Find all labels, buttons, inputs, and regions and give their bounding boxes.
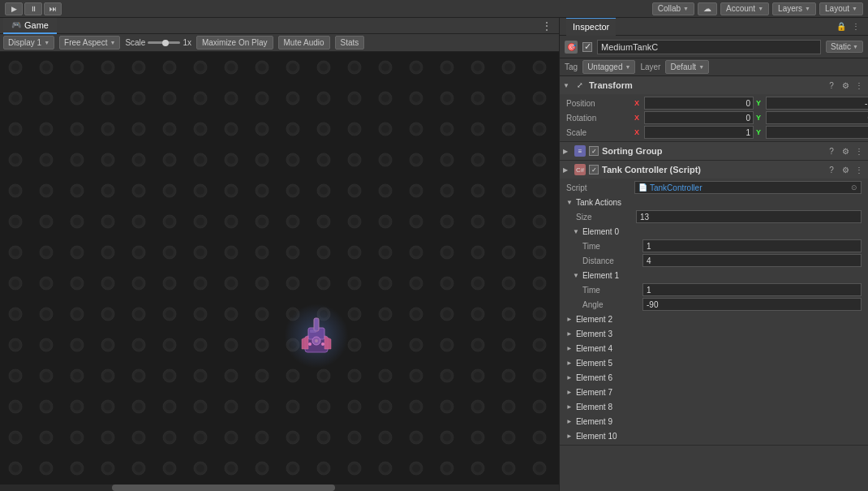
element-3-expand-icon: ▼ (565, 330, 573, 337)
game-tab-label: Game (24, 20, 49, 30)
panel-tabs: 🎮 Game ⋮ (0, 18, 559, 34)
object-active-checkbox[interactable]: ✓ (582, 42, 592, 52)
element-1-angle-field: Angle (566, 297, 868, 312)
inspector-more-icon[interactable]: ⋮ (850, 21, 862, 32)
tank-controller-more-icon[interactable]: ⋮ (853, 164, 865, 175)
transform-more-icon[interactable]: ⋮ (853, 80, 865, 91)
tank-controller-header[interactable]: ▶ C# ✓ Tank Controller (Script) ? ⚙ ⋮ (560, 161, 868, 179)
element-7-header[interactable]: ▼ Element 7 (560, 385, 868, 399)
element-4-expand-icon: ▼ (565, 345, 573, 351)
maximize-on-play-button[interactable]: Maximize On Play (196, 36, 273, 50)
sorting-group-checkbox[interactable]: ✓ (589, 146, 599, 156)
element-8-expand-icon: ▼ (565, 403, 573, 410)
panel-more-icon[interactable]: ⋮ (538, 19, 556, 32)
scale-y-input[interactable] (766, 126, 868, 139)
transform-help-icon[interactable]: ? (826, 80, 837, 91)
inspector-tab[interactable]: Inspector (566, 18, 616, 36)
transform-expand-icon: ▼ (563, 82, 571, 89)
layout-button[interactable]: Layout ▼ (819, 2, 863, 15)
sorting-group-settings-icon[interactable]: ⚙ (840, 145, 851, 157)
position-x-input[interactable] (644, 97, 754, 110)
play-button[interactable]: ▶ (5, 2, 23, 15)
element-2-header[interactable]: ▼ Element 2 (560, 312, 868, 326)
step-button[interactable]: ⏭ (44, 2, 62, 15)
layer-dropdown[interactable]: Default ▼ (665, 60, 709, 74)
mute-audio-button[interactable]: Mute Audio (278, 36, 330, 50)
tag-dropdown[interactable]: Untagged ▼ (582, 60, 635, 74)
sorting-group-expand-icon: ▶ (563, 148, 571, 155)
svg-rect-10 (310, 329, 316, 333)
top-bar-left: ▶ ⏸ ⏭ (5, 2, 62, 15)
position-y-label: Y (756, 99, 764, 107)
element-8-header[interactable]: ▼ Element 8 (560, 399, 868, 414)
element-4-header[interactable]: ▼ Element 4 (560, 341, 868, 355)
element-1-header[interactable]: ▼ Element 1 (566, 268, 868, 282)
display-dropdown[interactable]: Display 1 ▼ (3, 36, 54, 50)
element-5-header[interactable]: ▼ Element 5 (560, 355, 868, 370)
element-1-time-input[interactable] (642, 283, 862, 296)
game-toolbar: Display 1 ▼ Free Aspect ▼ Scale 1x Maxim… (0, 34, 559, 52)
array-size-input[interactable] (636, 210, 862, 223)
collab-button[interactable]: Collab ▼ (652, 2, 694, 15)
cloud-button[interactable]: ☁ (698, 2, 717, 15)
script-file-icon: 📄 (638, 183, 647, 192)
sorting-group-more-icon[interactable]: ⋮ (853, 145, 865, 157)
rotation-x-input[interactable] (644, 111, 754, 124)
tank-controller-name: Tank Controller (Script) (602, 165, 823, 174)
element-10-header[interactable]: ▼ Element 10 (560, 429, 868, 443)
transform-icon: ⤢ (574, 80, 586, 91)
element-9-expand-icon: ▼ (565, 418, 573, 424)
inspector-content[interactable]: ▼ ⤢ Transform ? ⚙ ⋮ Position (560, 76, 868, 491)
account-button[interactable]: Account ▼ (720, 2, 769, 15)
element-0-time-input[interactable] (642, 239, 862, 252)
game-tab[interactable]: 🎮 Game (3, 18, 57, 34)
tank-controller-help-icon[interactable]: ? (826, 164, 837, 175)
aspect-dropdown[interactable]: Free Aspect ▼ (59, 36, 120, 50)
element-1-angle-input[interactable] (642, 298, 862, 311)
element-3-header[interactable]: ▼ Element 3 (560, 326, 868, 341)
sorting-group-header[interactable]: ▶ ≡ ✓ Sorting Group ? ⚙ ⋮ (560, 142, 868, 160)
element-0-time-field: Time (566, 239, 868, 253)
scale-slider[interactable] (148, 41, 180, 44)
layout-dropdown-icon: ▼ (852, 6, 857, 11)
svg-marker-9 (324, 336, 331, 349)
scale-value: 1x (183, 38, 191, 47)
rotation-y-label: Y (756, 114, 764, 122)
sorting-group-header-icons: ? ⚙ ⋮ (826, 145, 865, 157)
sorting-group-help-icon[interactable]: ? (826, 145, 837, 157)
element-0-distance-input[interactable] (642, 254, 862, 267)
element-9-header[interactable]: ▼ Element 9 (560, 414, 868, 429)
transform-name: Transform (589, 80, 823, 90)
element-1-angle-label: Angle (582, 300, 639, 309)
horizontal-scrollbar[interactable] (0, 485, 559, 491)
element-1-section: ▼ Element 1 Time Angle (560, 268, 868, 312)
script-link-icon: ⊙ (851, 183, 857, 192)
script-value[interactable]: 📄 TankController ⊙ (634, 181, 862, 194)
inspector-lock-icon[interactable]: 🔒 (836, 21, 847, 32)
tank-controller-settings-icon[interactable]: ⚙ (840, 164, 851, 175)
stats-button[interactable]: Stats (335, 36, 365, 50)
svg-rect-4 (0, 52, 559, 491)
static-badge[interactable]: Static ▼ (826, 41, 863, 53)
object-name-input[interactable] (597, 40, 821, 54)
rotation-y-input[interactable] (766, 111, 868, 124)
tank-controller-header-icons: ? ⚙ ⋮ (826, 164, 865, 175)
scale-y-item: Y (756, 126, 868, 139)
element-0-header[interactable]: ▼ Element 0 (566, 224, 868, 239)
scale-field: Scale X Y Z (560, 125, 868, 140)
pause-button[interactable]: ⏸ (24, 2, 42, 15)
position-y-input[interactable] (766, 97, 868, 110)
transform-settings-icon[interactable]: ⚙ (840, 80, 851, 91)
layers-button[interactable]: Layers ▼ (772, 2, 816, 15)
tank-controller-checkbox[interactable]: ✓ (589, 165, 599, 174)
tank-actions-header[interactable]: ▼ Tank Actions (560, 195, 868, 209)
rotation-x-label: X (634, 114, 642, 122)
inspector-header: Inspector 🔒 ⋮ (560, 18, 868, 36)
transform-header[interactable]: ▼ ⤢ Transform ? ⚙ ⋮ (560, 76, 868, 94)
tank-actions-expand-icon: ▼ (566, 199, 573, 206)
scale-x-input[interactable] (644, 126, 754, 139)
element-6-header[interactable]: ▼ Element 6 (560, 370, 868, 385)
inspector-tabs: Inspector (566, 18, 616, 36)
scale-xyz: X Y Z (634, 126, 868, 139)
scale-x-label: X (634, 128, 642, 136)
